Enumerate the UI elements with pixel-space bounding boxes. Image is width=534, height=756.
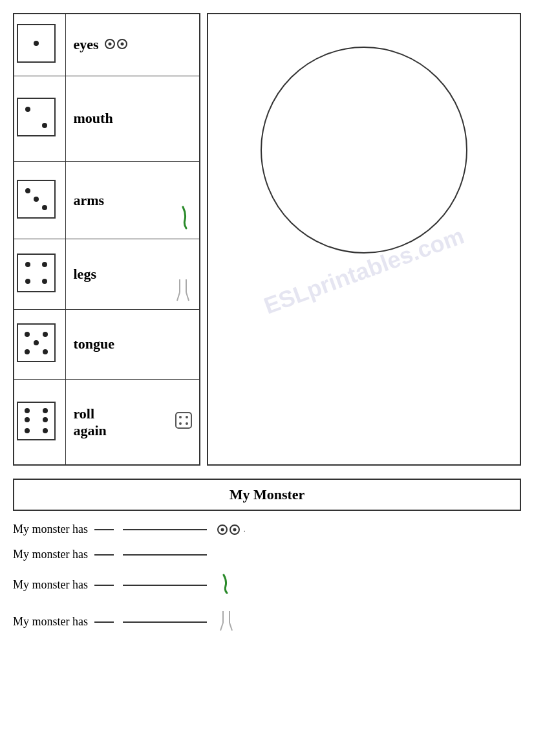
sentence-text-4: My monster has [13,615,88,629]
dice-face-2 [17,98,56,136]
svg-point-8 [186,422,188,425]
dice-face-1 [17,24,56,63]
sentence-text-1: My monster has [13,523,88,536]
label-tongue: tongue [74,336,115,352]
dice-roll-icon [175,411,193,433]
dice-face-3 [17,180,56,219]
svg-line-1 [177,292,180,301]
dice-cell-3 [14,162,65,239]
dice-face-4 [17,254,56,292]
arm-icon-sentence3 [217,573,231,597]
label-legs: legs [74,266,96,282]
label-eyes: eyes [74,36,99,52]
label-cell-roll-again: roll again [65,380,200,465]
blank-long-2 [123,554,207,556]
monster-head-circle [261,47,467,254]
table-row: eyes [14,14,200,76]
dice-cell-4 [14,239,65,309]
dice-cell-2 [14,76,65,161]
monster-drawing-area: ESLprintables.com [207,13,521,466]
sentence-line-4: My monster has [13,609,521,635]
dot-after-eyes: . [244,526,246,533]
svg-point-7 [179,422,182,425]
blank-long-1 [123,529,207,530]
svg-point-5 [179,416,182,418]
sentence-line-3: My monster has [13,573,521,597]
top-section: eyes mouth [13,13,521,466]
my-monster-title: My Monster [13,479,521,511]
label-cell-tongue: tongue [65,309,200,379]
table-row: mouth [14,76,200,161]
legs-icon-sentence4 [217,609,235,635]
legs-icon [173,276,193,306]
dice-face-6 [17,402,56,440]
sentence-line-1: My monster has . [13,523,521,536]
label-cell-eyes: eyes [65,14,200,76]
blank-short-3 [94,585,114,586]
label-roll-again: roll again [74,405,107,438]
sentence-text-2: My monster has [13,548,88,561]
table-row: tongue [14,309,200,379]
dice-face-5 [17,323,56,362]
sentence-line-2: My monster has [13,548,521,561]
table-row: legs [14,239,200,309]
label-cell-legs: legs [65,239,200,309]
svg-point-6 [186,416,188,418]
svg-rect-4 [176,413,191,428]
label-arms: arms [74,192,105,208]
blank-short-4 [94,621,114,623]
blank-long-3 [123,585,207,586]
arm-icon [173,204,193,233]
dice-cell-1 [14,14,65,76]
table-row: arms [14,162,200,239]
svg-line-3 [186,292,189,301]
label-mouth: mouth [74,110,113,126]
svg-line-10 [220,623,223,631]
eyes-icon-sentence1 [217,524,240,535]
dice-reference-table: eyes mouth [13,13,200,466]
blank-short-1 [94,529,114,530]
label-cell-arms: arms [65,162,200,239]
table-row: roll again [14,380,200,465]
dice-cell-5 [14,309,65,379]
label-cell-mouth: mouth [65,76,200,161]
svg-line-12 [230,623,232,631]
eyes-icon [105,39,127,49]
sentence-text-3: My monster has [13,578,88,592]
blank-long-4 [123,621,207,623]
blank-short-2 [94,554,114,556]
bottom-section: My Monster My monster has . My monster h… [13,479,521,635]
dice-cell-6 [14,380,65,465]
